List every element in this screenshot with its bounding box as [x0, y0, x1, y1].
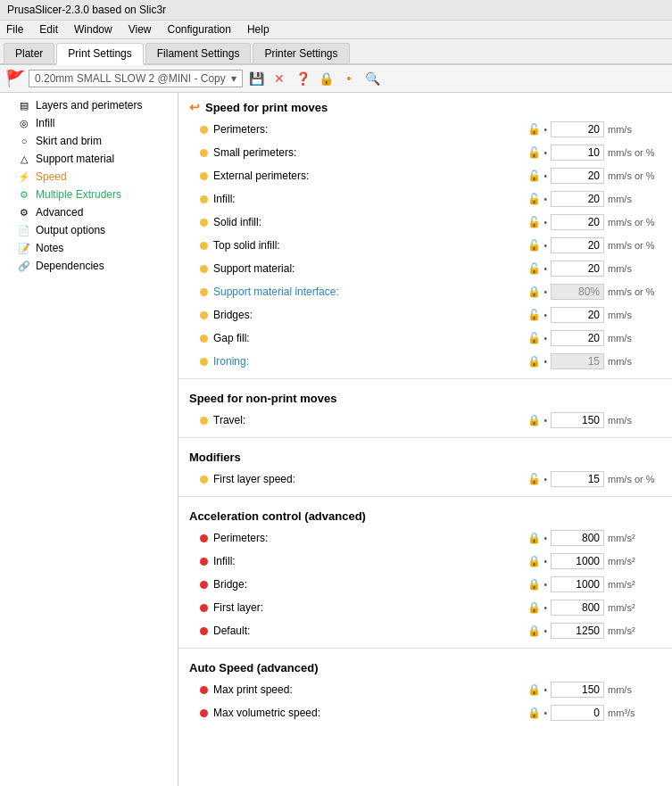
lock-small-perimeters[interactable]: 🔓	[527, 146, 540, 159]
lock-icon[interactable]: 🔒	[316, 69, 336, 88]
input-accel-infill[interactable]	[551, 553, 604, 569]
sidebar-item-infill[interactable]: ◎ Infill	[0, 114, 178, 132]
input-accel-bridge[interactable]	[551, 576, 604, 592]
title-text: PrusaSlicer-2.3.0 based on Slic3r	[7, 4, 166, 16]
menu-edit[interactable]: Edit	[37, 22, 61, 37]
menu-configuration[interactable]: Configuration	[165, 22, 234, 37]
param-label-max-print-speed: Max print speed:	[200, 683, 396, 696]
param-row-small-perimeters: Small perimeters: 🔓 • mm/s or %	[178, 141, 672, 164]
lock-infill[interactable]: 🔓	[527, 193, 540, 205]
lock-accel-default[interactable]: 🔒	[527, 625, 540, 637]
tab-plater[interactable]: Plater	[4, 43, 54, 63]
param-row-travel: Travel: 🔒 • mm/s	[178, 409, 672, 432]
sidebar-item-dependencies[interactable]: 🔗 Dependencies	[0, 257, 178, 275]
input-accel-perimeters[interactable]	[551, 530, 604, 546]
save-icon[interactable]: 💾	[246, 69, 266, 88]
lock-top-solid-infill[interactable]: 🔓	[527, 239, 540, 252]
search-icon[interactable]: 🔍	[362, 69, 382, 88]
sidebar-label-output: Output options	[36, 224, 105, 236]
lock-support-material[interactable]: 🔓	[527, 262, 540, 275]
divider-1	[178, 378, 672, 379]
param-name-ironing[interactable]: Ironing:	[213, 355, 249, 368]
input-max-print-speed[interactable]	[551, 682, 604, 698]
input-gap-fill[interactable]	[551, 330, 604, 346]
lock-accel-bridge[interactable]: 🔒	[527, 578, 540, 591]
param-name-bridges: Bridges:	[213, 309, 253, 321]
lock-accel-perimeters[interactable]: 🔒	[527, 532, 540, 544]
content-area: ↩ Speed for print moves Perimeters: 🔓 • …	[178, 93, 672, 786]
menu-help[interactable]: Help	[245, 22, 272, 37]
input-first-layer-speed[interactable]	[551, 471, 604, 487]
input-perimeters[interactable]	[551, 121, 604, 137]
param-name-travel: Travel:	[213, 414, 245, 426]
input-ironing[interactable]	[551, 353, 604, 369]
param-label-travel: Travel:	[200, 414, 396, 426]
input-max-volumetric-speed[interactable]	[551, 705, 604, 721]
param-controls-max-volumetric-speed: 🔒 • mm³/s	[527, 705, 661, 721]
param-controls-support-material-interface: 🔒 • mm/s or %	[527, 284, 661, 300]
tab-printer-settings[interactable]: Printer Settings	[253, 43, 349, 63]
dropdown-arrow: ▾	[231, 72, 236, 85]
dot-max-volumetric-speed	[200, 709, 208, 717]
input-external-perimeters[interactable]	[551, 168, 604, 184]
sidebar-item-multiple-extruders[interactable]: ⚙ Multiple Extruders	[0, 186, 178, 203]
dot-top-solid-infill	[200, 242, 208, 250]
menu-window[interactable]: Window	[71, 22, 115, 37]
input-infill[interactable]	[551, 191, 604, 207]
tab-filament-settings[interactable]: Filament Settings	[145, 43, 252, 63]
tab-print-settings[interactable]: Print Settings	[56, 43, 143, 65]
delete-icon[interactable]: ✕	[270, 69, 289, 88]
unit-solid-infill: mm/s or %	[608, 217, 661, 228]
param-name-support-material-interface[interactable]: Support material interface:	[213, 285, 339, 298]
sidebar-item-notes[interactable]: 📝 Notes	[0, 239, 178, 257]
lock-travel[interactable]: 🔒	[527, 414, 540, 426]
sidebar-item-skirt-brim[interactable]: ○ Skirt and brim	[0, 132, 178, 150]
unit-gap-fill: mm/s	[608, 333, 661, 343]
lock-ironing[interactable]: 🔒	[527, 355, 540, 368]
param-name-external-perimeters: External perimeters:	[213, 170, 309, 182]
lock-support-material-interface[interactable]: 🔒	[527, 285, 540, 298]
unit-max-volumetric-speed: mm³/s	[608, 707, 661, 718]
menu-view[interactable]: View	[126, 22, 154, 37]
input-top-solid-infill[interactable]	[551, 237, 604, 253]
param-controls-top-solid-infill: 🔓 • mm/s or %	[527, 237, 661, 253]
param-label-top-solid-infill: Top solid infill:	[200, 239, 396, 252]
bullet-small-perimeters: •	[543, 148, 547, 158]
input-bridges[interactable]	[551, 307, 604, 323]
param-row-support-material-interface: Support material interface: 🔒 • mm/s or …	[178, 280, 672, 303]
lock-accel-first-layer[interactable]: 🔒	[527, 601, 540, 614]
advanced-icon: ⚙	[18, 207, 30, 219]
input-support-material-interface[interactable]	[551, 284, 604, 300]
lock-solid-infill[interactable]: 🔓	[527, 216, 540, 228]
input-solid-infill[interactable]	[551, 214, 604, 230]
lock-external-perimeters[interactable]: 🔓	[527, 170, 540, 182]
sidebar-item-advanced[interactable]: ⚙ Advanced	[0, 203, 178, 221]
lock-max-print-speed[interactable]: 🔒	[527, 683, 540, 696]
input-support-material[interactable]	[551, 261, 604, 277]
bullet-travel: •	[543, 416, 547, 426]
param-controls-accel-bridge: 🔒 • mm/s²	[527, 576, 661, 592]
lock-bridges[interactable]: 🔓	[527, 309, 540, 321]
param-controls-solid-infill: 🔓 • mm/s or %	[527, 214, 661, 230]
help-icon[interactable]: ❓	[293, 69, 312, 88]
input-small-perimeters[interactable]	[551, 145, 604, 161]
param-label-bridges: Bridges:	[200, 309, 396, 321]
lock-perimeters[interactable]: 🔓	[527, 123, 540, 136]
sidebar-item-output-options[interactable]: 📄 Output options	[0, 221, 178, 239]
profile-dropdown[interactable]: 0.20mm SMALL SLOW 2 @MINI - Copy ▾	[29, 70, 243, 87]
input-accel-default[interactable]	[551, 623, 604, 639]
bullet-ironing: •	[543, 357, 547, 367]
lock-first-layer-speed[interactable]: 🔓	[527, 473, 540, 485]
sidebar-item-speed[interactable]: ⚡ Speed	[0, 168, 178, 186]
dot-travel	[200, 417, 208, 425]
input-accel-first-layer[interactable]	[551, 600, 604, 616]
sidebar-item-support-material[interactable]: △ Support material	[0, 150, 178, 168]
menu-file[interactable]: File	[4, 22, 26, 37]
sidebar-item-layers-perimeters[interactable]: ▤ Layers and perimeters	[0, 96, 178, 114]
param-controls-support-material: 🔓 • mm/s	[527, 261, 661, 277]
lock-max-volumetric-speed[interactable]: 🔒	[527, 707, 540, 719]
lock-gap-fill[interactable]: 🔓	[527, 332, 540, 344]
input-travel[interactable]	[551, 412, 604, 428]
lock-accel-infill[interactable]: 🔒	[527, 555, 540, 567]
bullet-accel-infill: •	[543, 557, 547, 567]
